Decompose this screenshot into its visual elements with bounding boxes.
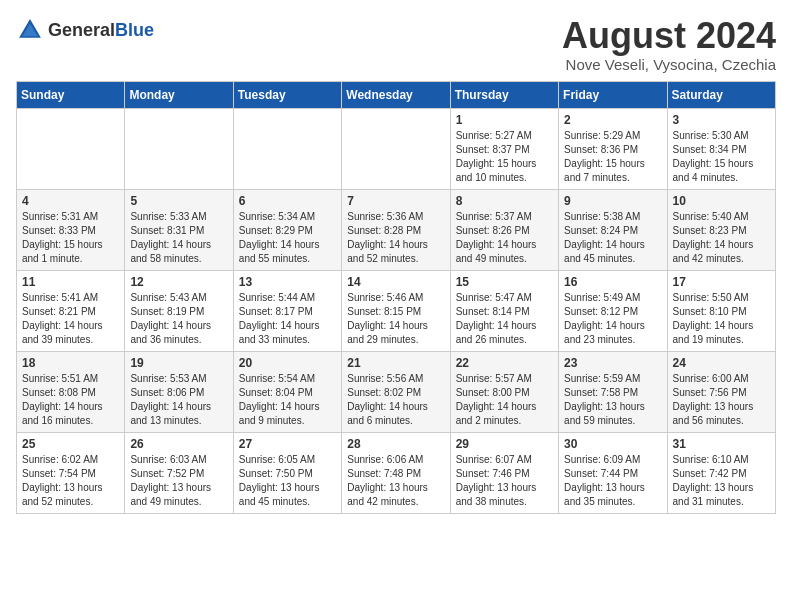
calendar-cell xyxy=(125,108,233,189)
logo: GeneralBlue xyxy=(16,16,154,44)
day-info: Sunrise: 5:33 AM Sunset: 8:31 PM Dayligh… xyxy=(130,210,227,266)
calendar-table: SundayMondayTuesdayWednesdayThursdayFrid… xyxy=(16,81,776,514)
day-number: 31 xyxy=(673,437,770,451)
calendar-cell: 6Sunrise: 5:34 AM Sunset: 8:29 PM Daylig… xyxy=(233,189,341,270)
day-info: Sunrise: 5:40 AM Sunset: 8:23 PM Dayligh… xyxy=(673,210,770,266)
day-number: 14 xyxy=(347,275,444,289)
day-info: Sunrise: 5:27 AM Sunset: 8:37 PM Dayligh… xyxy=(456,129,553,185)
month-year-title: August 2024 xyxy=(562,16,776,56)
day-info: Sunrise: 6:05 AM Sunset: 7:50 PM Dayligh… xyxy=(239,453,336,509)
day-info: Sunrise: 5:38 AM Sunset: 8:24 PM Dayligh… xyxy=(564,210,661,266)
day-number: 2 xyxy=(564,113,661,127)
day-number: 5 xyxy=(130,194,227,208)
day-number: 22 xyxy=(456,356,553,370)
calendar-cell: 17Sunrise: 5:50 AM Sunset: 8:10 PM Dayli… xyxy=(667,270,775,351)
day-number: 20 xyxy=(239,356,336,370)
day-info: Sunrise: 6:00 AM Sunset: 7:56 PM Dayligh… xyxy=(673,372,770,428)
calendar-cell: 24Sunrise: 6:00 AM Sunset: 7:56 PM Dayli… xyxy=(667,351,775,432)
day-number: 19 xyxy=(130,356,227,370)
calendar-cell: 9Sunrise: 5:38 AM Sunset: 8:24 PM Daylig… xyxy=(559,189,667,270)
logo-general-text: General xyxy=(48,20,115,40)
calendar-cell: 4Sunrise: 5:31 AM Sunset: 8:33 PM Daylig… xyxy=(17,189,125,270)
calendar-cell: 1Sunrise: 5:27 AM Sunset: 8:37 PM Daylig… xyxy=(450,108,558,189)
weekday-header-saturday: Saturday xyxy=(667,81,775,108)
calendar-cell: 25Sunrise: 6:02 AM Sunset: 7:54 PM Dayli… xyxy=(17,432,125,513)
day-info: Sunrise: 5:44 AM Sunset: 8:17 PM Dayligh… xyxy=(239,291,336,347)
day-info: Sunrise: 6:10 AM Sunset: 7:42 PM Dayligh… xyxy=(673,453,770,509)
day-number: 9 xyxy=(564,194,661,208)
calendar-cell: 8Sunrise: 5:37 AM Sunset: 8:26 PM Daylig… xyxy=(450,189,558,270)
calendar-cell: 28Sunrise: 6:06 AM Sunset: 7:48 PM Dayli… xyxy=(342,432,450,513)
calendar-cell xyxy=(17,108,125,189)
day-number: 21 xyxy=(347,356,444,370)
calendar-cell: 3Sunrise: 5:30 AM Sunset: 8:34 PM Daylig… xyxy=(667,108,775,189)
weekday-header-monday: Monday xyxy=(125,81,233,108)
day-info: Sunrise: 5:41 AM Sunset: 8:21 PM Dayligh… xyxy=(22,291,119,347)
day-info: Sunrise: 5:36 AM Sunset: 8:28 PM Dayligh… xyxy=(347,210,444,266)
calendar-cell: 5Sunrise: 5:33 AM Sunset: 8:31 PM Daylig… xyxy=(125,189,233,270)
day-info: Sunrise: 5:57 AM Sunset: 8:00 PM Dayligh… xyxy=(456,372,553,428)
day-info: Sunrise: 6:09 AM Sunset: 7:44 PM Dayligh… xyxy=(564,453,661,509)
location-subtitle: Nove Veseli, Vysocina, Czechia xyxy=(562,56,776,73)
calendar-cell: 12Sunrise: 5:43 AM Sunset: 8:19 PM Dayli… xyxy=(125,270,233,351)
day-number: 26 xyxy=(130,437,227,451)
calendar-cell: 2Sunrise: 5:29 AM Sunset: 8:36 PM Daylig… xyxy=(559,108,667,189)
day-info: Sunrise: 5:53 AM Sunset: 8:06 PM Dayligh… xyxy=(130,372,227,428)
day-number: 25 xyxy=(22,437,119,451)
day-info: Sunrise: 5:54 AM Sunset: 8:04 PM Dayligh… xyxy=(239,372,336,428)
day-info: Sunrise: 5:59 AM Sunset: 7:58 PM Dayligh… xyxy=(564,372,661,428)
day-info: Sunrise: 5:51 AM Sunset: 8:08 PM Dayligh… xyxy=(22,372,119,428)
day-info: Sunrise: 5:46 AM Sunset: 8:15 PM Dayligh… xyxy=(347,291,444,347)
calendar-cell: 29Sunrise: 6:07 AM Sunset: 7:46 PM Dayli… xyxy=(450,432,558,513)
day-number: 6 xyxy=(239,194,336,208)
day-number: 30 xyxy=(564,437,661,451)
day-info: Sunrise: 5:43 AM Sunset: 8:19 PM Dayligh… xyxy=(130,291,227,347)
week-row-3: 11Sunrise: 5:41 AM Sunset: 8:21 PM Dayli… xyxy=(17,270,776,351)
day-number: 13 xyxy=(239,275,336,289)
day-info: Sunrise: 5:50 AM Sunset: 8:10 PM Dayligh… xyxy=(673,291,770,347)
calendar-cell: 11Sunrise: 5:41 AM Sunset: 8:21 PM Dayli… xyxy=(17,270,125,351)
day-number: 4 xyxy=(22,194,119,208)
week-row-2: 4Sunrise: 5:31 AM Sunset: 8:33 PM Daylig… xyxy=(17,189,776,270)
day-number: 8 xyxy=(456,194,553,208)
week-row-4: 18Sunrise: 5:51 AM Sunset: 8:08 PM Dayli… xyxy=(17,351,776,432)
calendar-cell: 27Sunrise: 6:05 AM Sunset: 7:50 PM Dayli… xyxy=(233,432,341,513)
calendar-cell: 13Sunrise: 5:44 AM Sunset: 8:17 PM Dayli… xyxy=(233,270,341,351)
day-number: 28 xyxy=(347,437,444,451)
calendar-cell: 30Sunrise: 6:09 AM Sunset: 7:44 PM Dayli… xyxy=(559,432,667,513)
day-number: 10 xyxy=(673,194,770,208)
day-info: Sunrise: 5:31 AM Sunset: 8:33 PM Dayligh… xyxy=(22,210,119,266)
day-number: 7 xyxy=(347,194,444,208)
day-number: 11 xyxy=(22,275,119,289)
day-number: 17 xyxy=(673,275,770,289)
weekday-header-friday: Friday xyxy=(559,81,667,108)
calendar-cell xyxy=(233,108,341,189)
week-row-1: 1Sunrise: 5:27 AM Sunset: 8:37 PM Daylig… xyxy=(17,108,776,189)
day-number: 29 xyxy=(456,437,553,451)
calendar-cell: 22Sunrise: 5:57 AM Sunset: 8:00 PM Dayli… xyxy=(450,351,558,432)
day-number: 18 xyxy=(22,356,119,370)
day-info: Sunrise: 5:29 AM Sunset: 8:36 PM Dayligh… xyxy=(564,129,661,185)
calendar-cell: 7Sunrise: 5:36 AM Sunset: 8:28 PM Daylig… xyxy=(342,189,450,270)
weekday-header-row: SundayMondayTuesdayWednesdayThursdayFrid… xyxy=(17,81,776,108)
day-info: Sunrise: 5:37 AM Sunset: 8:26 PM Dayligh… xyxy=(456,210,553,266)
calendar-cell: 23Sunrise: 5:59 AM Sunset: 7:58 PM Dayli… xyxy=(559,351,667,432)
calendar-cell: 18Sunrise: 5:51 AM Sunset: 8:08 PM Dayli… xyxy=(17,351,125,432)
day-number: 12 xyxy=(130,275,227,289)
calendar-cell: 31Sunrise: 6:10 AM Sunset: 7:42 PM Dayli… xyxy=(667,432,775,513)
day-number: 27 xyxy=(239,437,336,451)
day-info: Sunrise: 5:34 AM Sunset: 8:29 PM Dayligh… xyxy=(239,210,336,266)
day-info: Sunrise: 6:02 AM Sunset: 7:54 PM Dayligh… xyxy=(22,453,119,509)
day-number: 24 xyxy=(673,356,770,370)
day-info: Sunrise: 5:47 AM Sunset: 8:14 PM Dayligh… xyxy=(456,291,553,347)
logo-icon xyxy=(16,16,44,44)
weekday-header-thursday: Thursday xyxy=(450,81,558,108)
page-header: GeneralBlue August 2024 Nove Veseli, Vys… xyxy=(16,16,776,73)
day-info: Sunrise: 6:06 AM Sunset: 7:48 PM Dayligh… xyxy=(347,453,444,509)
day-info: Sunrise: 6:03 AM Sunset: 7:52 PM Dayligh… xyxy=(130,453,227,509)
day-number: 16 xyxy=(564,275,661,289)
calendar-cell: 14Sunrise: 5:46 AM Sunset: 8:15 PM Dayli… xyxy=(342,270,450,351)
logo-blue-text: Blue xyxy=(115,20,154,40)
weekday-header-tuesday: Tuesday xyxy=(233,81,341,108)
calendar-cell: 20Sunrise: 5:54 AM Sunset: 8:04 PM Dayli… xyxy=(233,351,341,432)
